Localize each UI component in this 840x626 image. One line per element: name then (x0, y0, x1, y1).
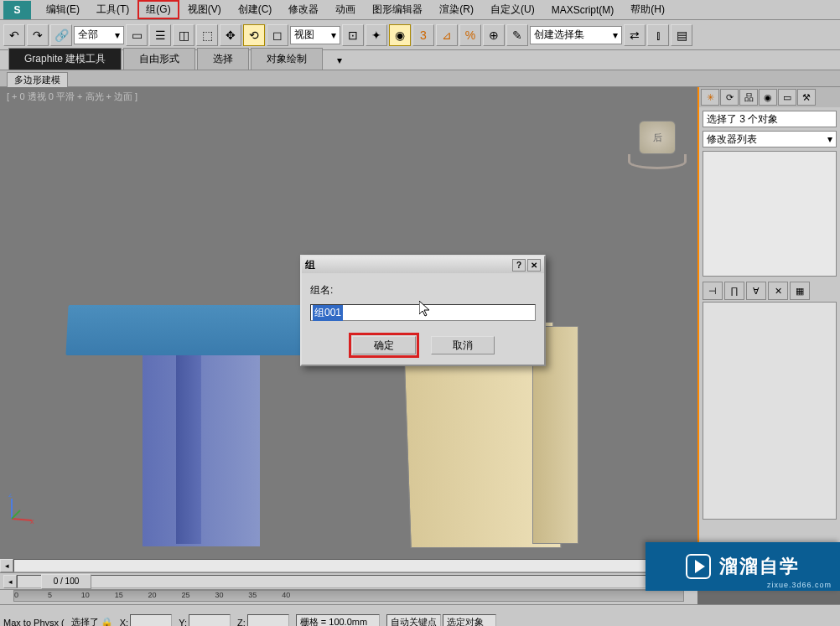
time-slider-track[interactable]: 0 / 100 (17, 575, 681, 588)
menu-rendering[interactable]: 渲染(R) (431, 0, 482, 19)
ruler-tick: 30 (215, 591, 223, 599)
spinner-snap-button[interactable]: ⊕ (483, 24, 505, 46)
group-name-input[interactable]: 组001 (310, 304, 536, 321)
selection-filter-dropdown[interactable]: 全部 ▾ (74, 26, 124, 44)
scroll-track[interactable] (13, 559, 684, 572)
manipulate-button[interactable]: ✦ (366, 24, 387, 46)
pivot-button[interactable]: ⊡ (342, 24, 364, 46)
tab-motion-icon[interactable]: ◉ (759, 89, 777, 106)
axis-gizmo: z x (7, 494, 37, 524)
time-ruler[interactable]: 0 5 10 15 20 25 30 35 40 (0, 589, 697, 604)
tab-modify-icon[interactable]: ⟳ (720, 89, 739, 106)
mirror-button[interactable]: ⇄ (624, 24, 646, 46)
viewport-label[interactable]: [ + 0 透视 0 平滑 + 高光 + 边面 ] (7, 91, 137, 103)
selection-info-text: 选择了 3 个对象 (707, 112, 778, 127)
cancel-button[interactable]: 取消 (431, 336, 495, 354)
command-panel: ✳ ⟳ 品 ◉ ▭ ⚒ 选择了 3 个对象 修改器列表 ▾ ⊣ ∏ ∀ ✕ ▦ (697, 87, 840, 559)
tab-create-icon[interactable]: ✳ (701, 89, 719, 106)
chevron-down-icon: ▾ (827, 133, 832, 145)
tab-hierarchy-icon[interactable]: 品 (739, 89, 758, 106)
ribbon-dropdown-icon[interactable]: ▾ (331, 54, 348, 70)
select-region-button[interactable]: ◫ (173, 24, 194, 46)
z-coord-field[interactable] (247, 614, 289, 627)
keyboard-shortcut-button[interactable]: ◉ (389, 24, 411, 46)
x-label: X: (120, 618, 128, 627)
modifier-list-dropdown[interactable]: 修改器列表 ▾ (703, 131, 837, 147)
ribbon-tab-freeform[interactable]: 自由形式 (123, 48, 195, 70)
align-button[interactable]: ⫿ (647, 24, 669, 46)
dialog-help-button[interactable]: ? (512, 259, 526, 272)
ribbon-tab-selection[interactable]: 选择 (197, 48, 249, 70)
scroll-left-button[interactable]: ◂ (0, 559, 13, 572)
ruler-tick: 15 (115, 591, 123, 599)
viewcube-face[interactable]: 后 (639, 121, 676, 154)
x-coord-field[interactable] (130, 614, 172, 627)
menu-group[interactable]: 组(G) (137, 0, 179, 19)
rotate-button[interactable]: ⟲ (243, 24, 265, 46)
time-slider-bar: ◂ 0 / 100 ▸ (0, 572, 697, 589)
link-button[interactable]: 🔗 (50, 24, 72, 46)
tab-display-icon[interactable]: ▭ (778, 89, 796, 106)
ribbon-tab-graphite[interactable]: Graphite 建模工具 (8, 48, 122, 70)
menu-graph-editors[interactable]: 图形编辑器 (364, 0, 431, 19)
svg-line-4 (12, 510, 20, 519)
script-status-label: Max to Physx ( (3, 618, 65, 627)
named-selection-dropdown[interactable]: 创建选择集 ▾ (530, 26, 622, 44)
menu-modifiers[interactable]: 修改器 (280, 0, 327, 19)
select-button[interactable]: ▭ (126, 24, 148, 46)
make-unique-button[interactable]: ∀ (746, 282, 766, 300)
status-bar: Max to Physx ( 选择了 🔒 X: Y: Z: 栅格 = 100.0… (0, 604, 840, 626)
select-name-button[interactable]: ☰ (149, 24, 171, 46)
angle-snap-button[interactable]: ⊿ (436, 24, 458, 46)
menu-customize[interactable]: 自定义(U) (482, 0, 543, 19)
modifier-stack[interactable] (703, 151, 837, 277)
app-icon[interactable]: S (3, 1, 31, 19)
menu-tools[interactable]: 工具(T) (88, 0, 137, 19)
reference-coord-dropdown[interactable]: 视图 ▾ (290, 26, 340, 44)
selected-obj-dropdown[interactable]: 选定对象 (443, 614, 496, 627)
auto-key-button[interactable]: 自动关键点 (386, 614, 441, 627)
menu-maxscript[interactable]: MAXScript(M) (543, 2, 623, 18)
selection-info-field: 选择了 3 个对象 (703, 111, 837, 127)
svg-text:z: z (8, 494, 13, 499)
chevron-down-icon: ▾ (331, 29, 336, 41)
time-slider-handle[interactable]: 0 / 100 (41, 574, 91, 589)
menu-create[interactable]: 创建(C) (230, 0, 281, 19)
menu-edit[interactable]: 编辑(E) (38, 0, 88, 19)
time-slider-left-button[interactable]: ◂ (3, 575, 17, 588)
ribbon: Graphite 建模工具 自由形式 选择 对象绘制 ▾ (0, 50, 840, 70)
lock-icon[interactable]: 🔒 (101, 617, 113, 627)
window-crossing-button[interactable]: ⬚ (196, 24, 218, 46)
menu-animation[interactable]: 动画 (327, 0, 364, 19)
undo-button[interactable]: ↶ (3, 24, 25, 46)
ribbon-tab-paint[interactable]: 对象绘制 (251, 48, 323, 70)
grid-status: 栅格 = 100.0mm (296, 614, 380, 627)
ruler-tick: 0 (14, 591, 18, 599)
menu-help[interactable]: 帮助(H) (622, 0, 673, 19)
snap-3d-button[interactable]: 3 (412, 24, 434, 46)
percent-snap-button[interactable]: % (459, 24, 481, 46)
redo-button[interactable]: ↷ (27, 24, 49, 46)
scale-button[interactable]: ◻ (267, 24, 288, 46)
viewport-scrollbar[interactable]: ◂ ▸ (0, 559, 697, 572)
dialog-close-button[interactable]: ✕ (527, 259, 541, 272)
edit-named-selection-button[interactable]: ✎ (506, 24, 528, 46)
pin-stack-button[interactable]: ⊣ (703, 282, 723, 300)
tab-utilities-icon[interactable]: ⚒ (797, 89, 816, 106)
move-button[interactable]: ✥ (220, 24, 241, 46)
show-end-result-button[interactable]: ∏ (724, 282, 744, 300)
menu-view[interactable]: 视图(V) (179, 0, 230, 19)
ruler-tick: 5 (48, 591, 52, 599)
viewcube-ring[interactable] (628, 154, 687, 169)
layer-button[interactable]: ▤ (671, 24, 692, 46)
dialog-titlebar[interactable]: 组 ? ✕ (302, 256, 544, 273)
ok-button[interactable]: 确定 (352, 336, 416, 354)
viewcube[interactable]: 后 (630, 121, 684, 174)
y-coord-field[interactable] (189, 614, 231, 627)
remove-modifier-button[interactable]: ✕ (768, 282, 788, 300)
y-label: Y: (179, 618, 187, 627)
main-toolbar: ↶ ↷ 🔗 全部 ▾ ▭ ☰ ◫ ⬚ ✥ ⟲ ◻ 视图 ▾ ⊡ ✦ ◉ 3 ⊿ … (0, 20, 840, 50)
subribbon-tab-polymodel[interactable]: 多边形建模 (7, 72, 68, 88)
brand-overlay: 溜溜自学 zixue.3d66.com (646, 542, 840, 591)
configure-sets-button[interactable]: ▦ (790, 282, 810, 300)
